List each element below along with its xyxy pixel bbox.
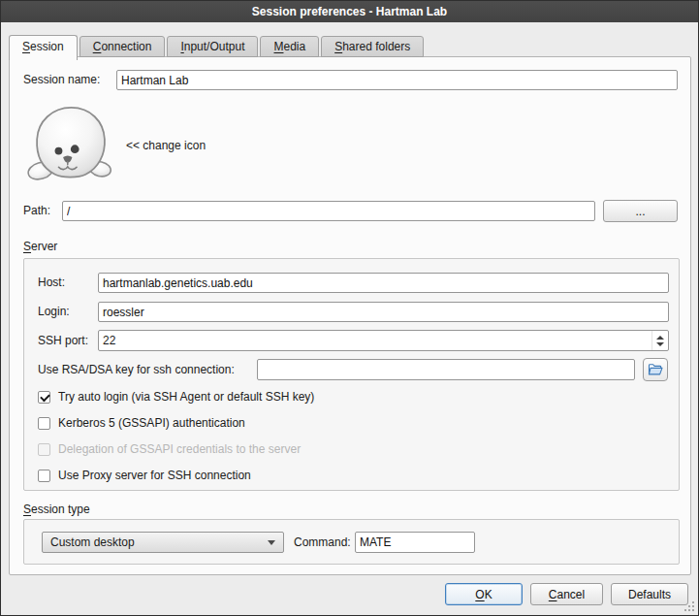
session-name-label: Session name:: [23, 70, 100, 90]
login-input[interactable]: [98, 302, 669, 322]
checkbox-label: Kerberos 5 (GSSAPI) authentication: [58, 416, 245, 430]
change-icon-label[interactable]: << change icon: [126, 139, 206, 152]
path-label: Path:: [23, 201, 50, 221]
dropdown-arrow-icon: [268, 540, 275, 545]
browse-path-button[interactable]: ...: [603, 200, 678, 222]
tab-session[interactable]: Session: [9, 35, 78, 60]
tab-bar: Session Connection Input/Output Media Sh…: [9, 35, 426, 57]
host-input[interactable]: [98, 273, 669, 293]
tab-connection-label: Connection: [93, 40, 152, 53]
rsa-key-input[interactable]: [257, 359, 635, 380]
checkbox-use-proxy[interactable]: Use Proxy server for SSH connection: [38, 468, 251, 483]
defaults-button[interactable]: Defaults: [611, 583, 688, 605]
seal-icon[interactable]: [26, 105, 116, 186]
open-folder-icon: [648, 362, 663, 377]
window-titlebar[interactable]: Session preferences - Hartman Lab: [1, 1, 698, 22]
ssh-port-spinner[interactable]: 22: [98, 330, 669, 351]
login-label: Login:: [38, 302, 70, 322]
checkbox-box[interactable]: [38, 417, 50, 430]
ssh-port-label: SSH port:: [38, 330, 88, 351]
session-type-groupbox: Custom desktop Command:: [23, 519, 680, 565]
tab-input-output[interactable]: Input/Output: [167, 36, 258, 57]
checkbox-box[interactable]: [38, 470, 50, 482]
tab-shared-folders-label: Shared folders: [334, 40, 410, 53]
cancel-button[interactable]: Cancel: [530, 583, 603, 605]
server-groupbox: Host: Login: SSH port: 22 Use RSA/DSA ke…: [23, 258, 680, 491]
checkbox-label: Delegation of GSSAPI credentials to the …: [58, 442, 301, 456]
session-type-selected: Custom desktop: [50, 535, 262, 549]
resize-grip-icon[interactable]: [683, 600, 695, 612]
session-type-dropdown[interactable]: Custom desktop: [42, 532, 284, 553]
tab-session-label: Session: [22, 40, 64, 53]
checkbox-box: [38, 443, 50, 456]
checkbox-gssapi-delegation: Delegation of GSSAPI credentials to the …: [38, 441, 301, 457]
ok-button[interactable]: OK: [445, 583, 523, 605]
session-type-group-label: Session type: [23, 503, 90, 516]
tab-input-output-label: Input/Output: [180, 40, 244, 53]
command-input[interactable]: [355, 532, 475, 553]
checkbox-try-auto-login[interactable]: Try auto login (via SSH Agent or default…: [38, 389, 314, 405]
tab-media-label: Media: [273, 40, 305, 53]
path-input[interactable]: [62, 201, 595, 221]
ssh-port-value[interactable]: 22: [99, 331, 651, 350]
checkbox-label: Use Proxy server for SSH connection: [58, 469, 251, 482]
session-tab-panel: Session name:: [9, 56, 691, 575]
browse-rsa-key-button[interactable]: [643, 358, 668, 381]
tab-media[interactable]: Media: [260, 36, 319, 57]
spin-down-icon[interactable]: [656, 342, 664, 346]
server-group-label: Server: [23, 240, 57, 253]
window-title: Session preferences - Hartman Lab: [252, 5, 447, 18]
session-preferences-dialog: Session preferences - Hartman Lab Sessio…: [0, 0, 699, 616]
rsa-key-label: Use RSA/DSA key for ssh connection:: [38, 359, 235, 380]
session-name-input[interactable]: [116, 70, 678, 90]
checkbox-label: Try auto login (via SSH Agent or default…: [58, 390, 314, 404]
checkbox-box[interactable]: [38, 391, 50, 404]
checkbox-kerberos-auth[interactable]: Kerberos 5 (GSSAPI) authentication: [38, 415, 245, 431]
tab-shared-folders[interactable]: Shared folders: [321, 36, 424, 57]
command-label: Command:: [294, 532, 351, 553]
spinner-buttons: [651, 331, 668, 350]
spin-up-icon[interactable]: [656, 336, 664, 340]
host-label: Host:: [38, 273, 65, 293]
tab-connection[interactable]: Connection: [79, 36, 166, 57]
